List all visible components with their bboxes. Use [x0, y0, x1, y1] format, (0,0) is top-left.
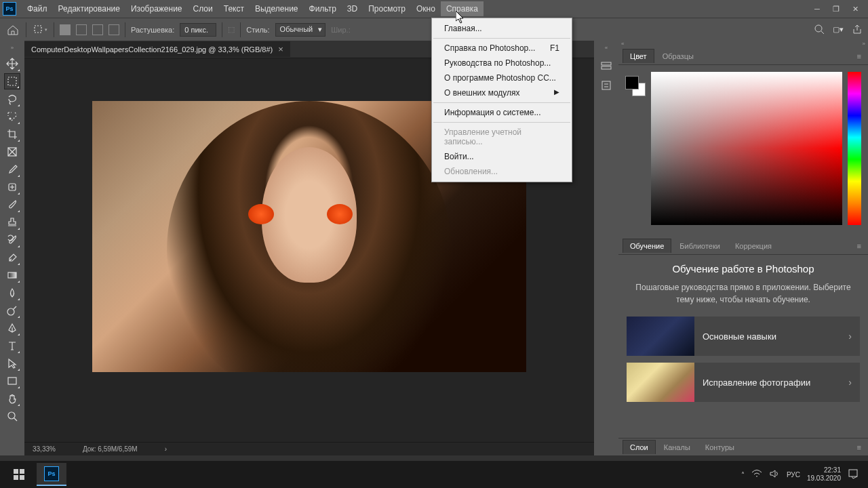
tab-channels[interactable]: Каналы [657, 441, 697, 454]
expand-icon[interactable]: « [603, 45, 610, 54]
selection-subtract-icon[interactable] [92, 24, 103, 35]
windows-taskbar: Ps ˄ РУС 22:31 19.03.2020 [0, 461, 868, 488]
expand-icon[interactable]: » [863, 41, 865, 47]
lasso-tool[interactable] [4, 91, 20, 107]
style-select[interactable]: Обычный ▾ [275, 23, 326, 37]
history-panel-icon[interactable] [599, 60, 613, 73]
selection-intersect-icon[interactable] [108, 24, 119, 35]
date: 19.03.2020 [807, 474, 841, 483]
color-swatch[interactable] [625, 76, 646, 96]
lesson-card-retouch[interactable]: Исправление фотографии › [627, 363, 860, 402]
minimize-button[interactable]: ─ [811, 3, 823, 15]
tab-color[interactable]: Цвет [623, 49, 654, 63]
eyedropper-tool[interactable] [4, 161, 20, 178]
healing-tool[interactable] [4, 179, 20, 195]
antialias-icon[interactable]: ⬚ [228, 25, 235, 34]
style-label: Стиль: [246, 26, 269, 34]
menu-updates: Обновления... [432, 164, 572, 179]
pen-tool[interactable] [4, 320, 20, 336]
language-indicator[interactable]: РУС [787, 471, 800, 479]
tab-adjustments[interactable]: Коррекция [728, 239, 778, 253]
tab-close-icon[interactable]: × [278, 44, 283, 54]
zoom-level[interactable]: 33,33% [33, 445, 56, 453]
menu-guides[interactable]: Руководства по Photoshop... [432, 56, 572, 70]
tab-libraries[interactable]: Библиотеки [673, 239, 727, 253]
menu-3d[interactable]: 3D [342, 1, 363, 16]
foreground-color[interactable] [625, 76, 639, 89]
selection-add-icon[interactable] [76, 24, 87, 35]
start-button[interactable] [4, 463, 34, 486]
tab-learn[interactable]: Обучение [623, 239, 671, 253]
tray-chevron-icon[interactable]: ˄ [741, 471, 745, 479]
shape-tool[interactable] [4, 373, 20, 389]
status-chevron-icon[interactable]: › [165, 445, 167, 453]
share-icon[interactable] [852, 24, 863, 36]
type-tool[interactable] [4, 338, 20, 354]
menu-окно[interactable]: Окно [411, 1, 441, 16]
notifications-icon[interactable] [848, 468, 859, 481]
frame-tool[interactable] [4, 144, 20, 160]
brush-tool[interactable] [4, 197, 20, 213]
gradient-tool[interactable] [4, 267, 20, 283]
menu-фильтр[interactable]: Фильтр [304, 1, 342, 16]
zoom-tool[interactable] [4, 408, 20, 424]
svg-rect-24 [14, 475, 18, 480]
menu-выделение[interactable]: Выделение [250, 1, 304, 16]
expand-icon[interactable]: » [9, 45, 16, 54]
path-select-tool[interactable] [4, 355, 20, 371]
tab-paths[interactable]: Контуры [698, 441, 741, 454]
menu-редактирование[interactable]: Редактирование [53, 1, 125, 16]
taskbar-photoshop[interactable]: Ps [37, 463, 66, 486]
hand-tool[interactable] [4, 390, 20, 407]
menu-просмотр[interactable]: Просмотр [363, 1, 411, 16]
menu-текст[interactable]: Текст [218, 1, 250, 16]
search-icon[interactable] [814, 24, 825, 36]
hue-slider[interactable] [848, 72, 861, 225]
dodge-tool[interactable] [4, 302, 20, 319]
document-tab[interactable]: ComputerDesktopWallpapersCollection2166_… [24, 41, 290, 57]
selection-new-icon[interactable] [60, 24, 71, 35]
menu-sysinfo[interactable]: Информация о системе... [432, 105, 572, 120]
clock[interactable]: 22:31 19.03.2020 [807, 466, 841, 483]
blur-tool[interactable] [4, 285, 20, 301]
panel-options-icon[interactable]: ≡ [854, 443, 864, 451]
collapse-icon[interactable]: « [621, 41, 624, 47]
stamp-tool[interactable] [4, 214, 20, 230]
marquee-tool[interactable] [4, 73, 20, 89]
quick-select-tool[interactable] [4, 108, 20, 125]
workspace-icon[interactable]: ▢▾ [833, 25, 844, 34]
panel-options-icon[interactable]: ≡ [854, 242, 864, 250]
close-button[interactable]: ✕ [849, 3, 861, 15]
menu-home[interactable]: Главная... [432, 21, 572, 36]
volume-icon[interactable] [769, 469, 780, 480]
color-picker[interactable] [651, 72, 842, 225]
menu-photoshop-help[interactable]: Справка по Photoshop...F1 [432, 41, 572, 56]
menu-login[interactable]: Войти... [432, 149, 572, 164]
svg-rect-11 [8, 272, 16, 278]
tab-layers[interactable]: Слои [623, 440, 656, 454]
layers-panel-tabs: Слои Каналы Контуры ≡ [618, 438, 868, 455]
lesson-thumbnail [627, 363, 694, 402]
window-controls: ─ ❐ ✕ [811, 3, 865, 15]
menu-файл[interactable]: Файл [22, 1, 53, 16]
menu-слои[interactable]: Слои [188, 1, 218, 16]
panels-dock: «» Цвет Образцы ≡ Обучение Библиотеки Ко… [618, 41, 868, 455]
menu-изображение[interactable]: Изображение [125, 1, 188, 16]
properties-panel-icon[interactable] [599, 79, 613, 92]
tab-swatches[interactable]: Образцы [656, 49, 701, 63]
move-tool[interactable] [4, 56, 20, 72]
menu-about[interactable]: О программе Photoshop CC... [432, 70, 572, 85]
mouse-cursor [456, 11, 465, 24]
eraser-tool[interactable] [4, 249, 20, 266]
menu-plugins[interactable]: О внешних модулях▶ [432, 85, 572, 100]
home-icon[interactable] [5, 23, 20, 37]
panel-options-icon[interactable]: ≡ [854, 52, 864, 60]
lesson-title: Исправление фотографии [703, 378, 840, 388]
history-brush-tool[interactable] [4, 232, 20, 248]
maximize-button[interactable]: ❐ [830, 3, 842, 15]
feather-input[interactable] [180, 23, 216, 37]
crop-tool[interactable] [4, 126, 20, 142]
wifi-icon[interactable] [751, 469, 762, 480]
lesson-card-basics[interactable]: Основные навыки › [627, 317, 860, 356]
tool-preset[interactable]: ▾ [32, 22, 48, 38]
